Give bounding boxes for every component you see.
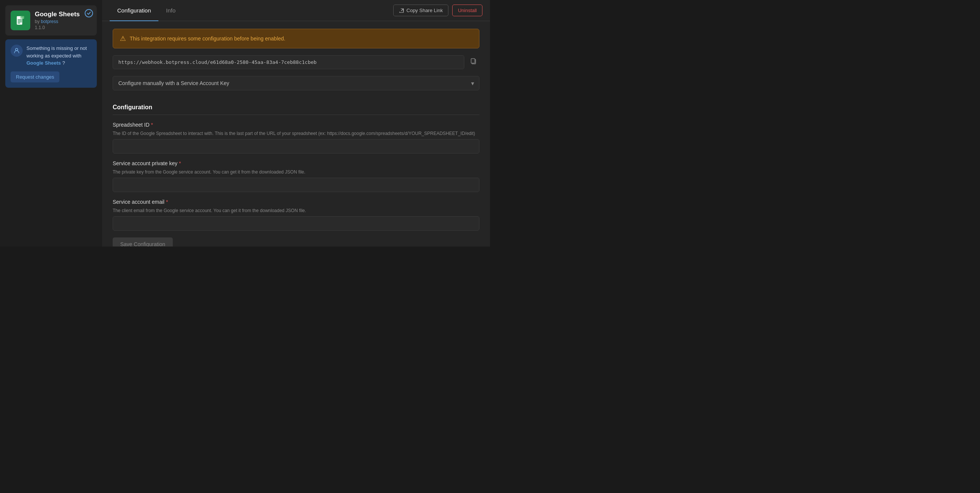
field-group-spreadsheet-id: Spreadsheet ID * The ID of the Google Sp… <box>113 122 479 154</box>
svg-point-8 <box>85 10 92 17</box>
warning-message: This integration requires some configura… <box>130 35 285 41</box>
config-method-select[interactable]: Configure manually with a Service Accoun… <box>113 76 479 91</box>
copy-icon <box>470 58 477 65</box>
request-changes-button[interactable]: Request changes <box>11 72 59 83</box>
spreadsheet-id-input[interactable] <box>113 139 479 154</box>
warning-banner: ⚠ This integration requires some configu… <box>113 29 479 48</box>
tab-bar: Configuration Info Copy Share Link Unins… <box>102 0 490 21</box>
tab-actions: Copy Share Link Uninstall <box>393 5 482 16</box>
service-email-label: Service account email * <box>113 199 479 205</box>
plugin-author: by botpress <box>35 19 80 24</box>
tab-info[interactable]: Info <box>158 0 183 21</box>
private-key-label: Service account private key * <box>113 160 479 166</box>
config-method-wrapper: Configure manually with a Service Accoun… <box>113 76 479 91</box>
plugin-icon <box>11 11 30 30</box>
svg-point-9 <box>16 48 18 51</box>
verified-icon <box>85 9 93 19</box>
webhook-url: https://webhook.botpress.cloud/e61d68a0-… <box>113 55 464 69</box>
service-email-description: The client email from the Google service… <box>113 207 479 214</box>
webhook-row: https://webhook.botpress.cloud/e61d68a0-… <box>113 55 479 69</box>
uninstall-button[interactable]: Uninstall <box>452 5 482 16</box>
svg-rect-4 <box>18 21 22 21</box>
required-indicator: * <box>151 122 153 128</box>
spreadsheet-id-description: The ID of the Google Spreadsheet to inte… <box>113 130 479 137</box>
plugin-name: Google Sheets <box>35 11 80 18</box>
copy-webhook-url-button[interactable] <box>468 56 479 69</box>
required-indicator-2: * <box>179 160 181 166</box>
right-panel: Configuration Info Copy Share Link Unins… <box>102 0 490 247</box>
required-indicator-3: * <box>166 199 168 205</box>
svg-rect-11 <box>471 59 475 63</box>
issue-card: Something is missing or not working as e… <box>5 39 97 88</box>
plugin-info: Google Sheets by botpress 1.1.0 <box>35 11 80 30</box>
issue-avatar <box>11 45 23 57</box>
svg-rect-5 <box>18 22 22 22</box>
configuration-section-title: Configuration <box>113 104 479 115</box>
content-area: ⚠ This integration requires some configu… <box>102 21 490 247</box>
svg-rect-3 <box>18 19 22 20</box>
field-group-private-key: Service account private key * The privat… <box>113 160 479 192</box>
tab-configuration[interactable]: Configuration <box>110 0 158 21</box>
plugin-version: 1.1.0 <box>35 25 80 30</box>
issue-card-content: Something is missing or not working as e… <box>11 45 92 67</box>
share-icon <box>399 8 404 13</box>
issue-text: Something is missing or not working as e… <box>27 45 92 67</box>
save-configuration-button[interactable]: Save Configuration <box>113 237 173 247</box>
private-key-description: The private key from the Google service … <box>113 169 479 175</box>
warning-icon: ⚠ <box>120 34 126 43</box>
service-email-input[interactable] <box>113 216 479 231</box>
copy-share-link-button[interactable]: Copy Share Link <box>393 5 449 16</box>
plugin-card: Google Sheets by botpress 1.1.0 <box>5 5 97 35</box>
svg-rect-6 <box>18 23 20 24</box>
left-panel: Google Sheets by botpress 1.1.0 Somethin… <box>0 0 102 247</box>
spreadsheet-id-label: Spreadsheet ID * <box>113 122 479 128</box>
field-group-service-email: Service account email * The client email… <box>113 199 479 231</box>
private-key-input[interactable] <box>113 178 479 192</box>
